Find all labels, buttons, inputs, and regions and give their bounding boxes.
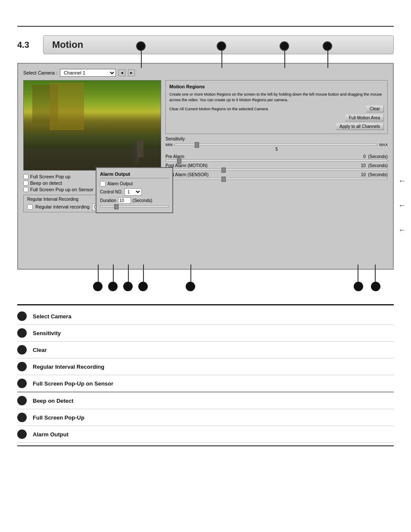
duration-label: Duration [100,198,116,203]
callout-dot-2 [217,41,226,51]
legend-row-0: Select Camera [17,308,394,325]
camera-next-button[interactable]: ► [128,69,135,76]
legend-dot-4 [17,379,27,388]
legend-dot-2 [17,345,27,355]
legend-row-6: Full Screen Pop-Up [17,409,394,426]
callout-dot-3 [280,41,289,51]
duration-slider-thumb[interactable] [114,204,118,209]
sensitivity-area: Sensitivity MIN MAX 5 [165,137,388,152]
motion-regions-desc: Create one or more Motion Regions on the… [169,92,384,103]
select-camera-row: Select Camera : Channel 1 Channel 2 Chan… [23,69,388,77]
duration-input[interactable] [118,197,131,204]
sensitivity-thumb[interactable] [195,142,199,148]
post-alarm-sensor-section: Post Alarm (SENSOR) 10 (Seconds) [165,172,388,180]
legend-label-5: Beep on Detect [33,398,74,404]
select-camera-label: Select Camera : [23,70,57,75]
video-tree2 [50,83,84,130]
interval-recording-checkbox[interactable] [27,204,33,210]
arrow-post-motion: ← [398,201,406,210]
legend-dot-1 [17,328,27,338]
section-title: Motion [52,39,83,50]
callout-dot-br2 [371,282,380,291]
alarm-output-popup: Alarm Output Alarm Output Control NO. 1 … [96,167,173,213]
fullscreen-sensor-label: Full Screen Pop up on Sensor [30,187,93,192]
post-alarm-motion-thumb[interactable] [221,168,226,173]
duration-unit: (Seconds) [133,198,153,203]
post-alarm-sensor-value: 10 (Seconds) [361,172,388,177]
legend-dot-3 [17,362,27,371]
legend-label-7: Alarm Output [33,431,68,438]
control-no-label: Control NO. [100,190,123,194]
legend-dot-0 [17,311,27,321]
motion-regions-box: Motion Regions Create one or more Motion… [165,80,388,134]
callout-dot-b2 [108,282,118,291]
duration-row: Duration (Seconds) [100,197,169,204]
alarm-output-checkbox[interactable] [100,181,106,187]
legend-row-7: Alarm Output [17,426,394,443]
ui-screenshot-area: Select Camera : Channel 1 Channel 2 Chan… [17,63,394,270]
pre-alarm-thumb[interactable] [177,159,181,164]
fullscreen-sensor-checkbox[interactable] [23,187,28,192]
legend-label-4: Full Screen Pop-Up on Sensor [33,380,113,387]
beep-detect-label: Beep on detect [30,180,62,186]
top-rule [17,26,394,27]
section-number: 4.3 [17,40,34,50]
legend-top-rule [17,304,394,305]
clear-all-desc: Clear All Current Motion Regions on the … [169,107,363,111]
fullscreen-popup-checkbox[interactable] [23,174,28,179]
post-alarm-motion-section: Post Alarm (MOTION) 10 (Seconds) [165,163,388,171]
legend-row-3: Regular Interval Recording [17,358,394,375]
legend-row-2: Clear [17,342,394,358]
interval-recording-label: Regular interval recording [35,204,90,209]
min-label: MIN [165,143,173,147]
control-no-select[interactable]: 1 2 3 4 [125,188,142,196]
control-no-row: Control NO. 1 2 3 4 [100,188,169,196]
alarm-output-checkbox-row: Alarm Output [100,181,169,187]
legend-label-2: Clear [33,347,47,353]
legend-label-6: Full Screen Pop-Up [33,414,84,421]
post-alarm-motion-value: 10 (Seconds) [361,163,388,168]
section-header: 4.3 Motion [17,35,394,54]
callout-dot-b5 [186,282,195,291]
clear-button[interactable]: Clear [366,105,384,112]
camera-prev-button[interactable]: ◄ [118,69,125,76]
callout-dot-br1 [354,282,363,291]
alarm-popup-title: Alarm Output [100,171,169,178]
legend-label-1: Sensitivity [33,330,61,336]
left-panel: Full Screen Pop up Beep on detect Full S… [23,80,161,212]
arrow-pre-alarm: ← [398,177,406,186]
legend-row-4: Full Screen Pop-Up on Sensor [17,375,394,392]
beep-detect-checkbox[interactable] [23,180,28,186]
callout-dot-b3 [123,282,133,291]
pre-alarm-value: 0 (Seconds) [363,154,388,159]
legend-area: Select Camera Sensitivity Clear Regular … [17,304,394,446]
legend-label-3: Regular Interval Recording [33,364,104,370]
post-alarm-motion-title-row: Post Alarm (MOTION) 10 (Seconds) [165,163,388,168]
sensitivity-track [174,144,378,146]
apply-all-row: Apply to all Channels [169,123,384,130]
legend-dot-7 [17,429,27,439]
callout-dot-4 [323,41,332,51]
post-alarm-sensor-thumb[interactable] [221,177,226,182]
legend-dot-6 [17,413,27,422]
camera-dropdown[interactable]: Channel 1 Channel 2 Channel 3 Channel 4 [60,69,116,77]
full-motion-area-button[interactable]: Full Motion Area [345,114,384,121]
apply-all-channels-button[interactable]: Apply to all Channels [336,123,384,130]
callout-dot-b4 [138,282,148,291]
motion-regions-title: Motion Regions [169,84,384,89]
legend-dot-5 [17,396,27,405]
video-preview [23,80,161,171]
post-alarm-motion-track [165,169,388,171]
right-panel: Motion Regions Create one or more Motion… [165,80,388,212]
legend-bottom-rule [17,445,394,446]
clear-row: Clear All Current Motion Regions on the … [169,105,384,112]
main-content: Full Screen Pop up Beep on detect Full S… [23,80,388,212]
legend-label-0: Select Camera [33,313,72,320]
legend-row-1: Sensitivity [17,325,394,342]
pre-alarm-section: Pre Alarm 0 (Seconds) [165,154,388,162]
duration-slider-track [100,205,169,207]
pre-alarm-label: Pre Alarm [165,154,184,159]
callout-dot-b1 [93,282,103,291]
legend-row-5: Beep on Detect [17,392,394,409]
arrow-post-sensor: ← [398,226,406,235]
